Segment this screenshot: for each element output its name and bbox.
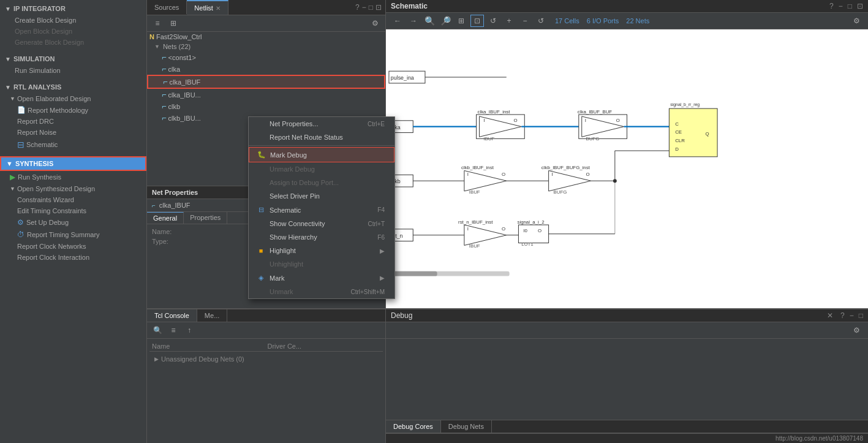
schematic-settings-btn[interactable]: ⚙ (850, 15, 863, 27)
settings-btn[interactable]: ⚙ (368, 17, 382, 29)
tcl-search-btn[interactable]: 🔍 (151, 324, 164, 336)
svg-text:I: I (552, 172, 553, 177)
svg-text:O: O (616, 118, 620, 123)
ctx-select-driver-pin[interactable]: Select Driver Pin (249, 189, 394, 203)
sidebar-item-report-noise[interactable]: Report Noise (0, 127, 146, 138)
tree-item-clkb[interactable]: ⌐ clkb (147, 100, 385, 112)
sidebar-item-constraints-wizard[interactable]: Constraints Wizard (0, 194, 146, 205)
zoom-in-sch-btn[interactable]: 🔎 (439, 15, 452, 27)
sidebar-item-open-elaborated-design[interactable]: ▼ Open Elaborated Design (0, 93, 146, 104)
svg-text:I: I (467, 226, 469, 232)
schematic-maximize-btn[interactable]: ⊡ (857, 2, 863, 10)
sidebar-item-open-block-design[interactable]: Open Block Design (0, 26, 146, 37)
schematic-rtl-icon: ⊟ (17, 140, 25, 150)
fit-sch-btn[interactable]: ⊞ (455, 15, 468, 27)
sidebar-section-header-rtl-analysis[interactable]: ▼ RTL ANALYSIS (0, 81, 146, 93)
panel-minimize-btn[interactable]: − (362, 3, 366, 12)
tree-item-clka-ibuf[interactable]: ⌐ clka_IBUF (147, 75, 385, 89)
sidebar-item-report-clock-interaction[interactable]: Report Clock Interaction (0, 252, 146, 263)
debug-minimize-btn[interactable]: − (850, 311, 854, 320)
svg-text:O: O (502, 172, 505, 177)
tree-item-clka-ibu2[interactable]: ⌐ clka_IBU... (147, 89, 385, 100)
reload-sch-btn[interactable]: ↺ (534, 15, 548, 27)
collapse-all-btn[interactable]: ≡ (151, 17, 164, 29)
ctx-mark[interactable]: ◈ Mark ▶ (249, 271, 394, 285)
refresh-sch-btn[interactable]: ↺ (486, 15, 500, 27)
tab-netlist[interactable]: Netlist ✕ (187, 0, 228, 15)
sidebar-section-header-ip-integrator[interactable]: ▼ IP INTEGRATOR (0, 2, 146, 15)
sidebar-item-report-clock-networks[interactable]: Report Clock Networks (0, 241, 146, 252)
props-tab-general[interactable]: General (147, 212, 184, 224)
tree-item-clka[interactable]: ⌐ clka (147, 63, 385, 75)
sidebar-item-create-block-design[interactable]: Create Block Design (0, 15, 146, 26)
sidebar-item-open-synthesized-design[interactable]: ▼ Open Synthesized Design (0, 183, 146, 194)
panel-restore-btn[interactable]: □ (369, 3, 373, 12)
netlist-close-btn[interactable]: ✕ (216, 5, 221, 12)
tab-sources[interactable]: Sources (147, 1, 187, 14)
debug-help-btn[interactable]: ? (840, 311, 845, 320)
sidebar-section-header-synthesis[interactable]: ▼ SYNTHESIS (0, 156, 146, 171)
expand-btn[interactable]: ⊞ (167, 17, 180, 29)
sidebar-item-report-methodology[interactable]: 📄 Report Methodology (0, 104, 146, 116)
minus-sch-btn[interactable]: − (518, 15, 532, 27)
nav-fwd-btn[interactable]: → (407, 15, 420, 27)
ctx-show-hierarchy[interactable]: Show Hierarchy F6 (249, 230, 394, 244)
plus-sch-btn[interactable]: + (502, 15, 516, 27)
svg-text:BUFG: BUFG (586, 136, 600, 142)
debug-restore-btn[interactable]: □ (859, 311, 863, 320)
ctx-unmark[interactable]: Unmark Ctrl+Shift+M (249, 285, 394, 298)
sidebar-item-schematic-rtl[interactable]: ⊟ Schematic (0, 138, 146, 151)
schematic-panel: Schematic ? − □ ⊡ ← → 🔍 🔎 ⊞ ⊡ ↺ (386, 0, 868, 308)
schematic-restore-btn[interactable]: □ (848, 2, 852, 10)
tree-root-fast2slow[interactable]: N Fast2Slow_Ctrl (147, 32, 385, 42)
ctx-net-properties[interactable]: Net Properties... Ctrl+E (249, 117, 394, 131)
debug-tab-cores[interactable]: Debug Cores (386, 420, 441, 433)
tcl-toolbar: 🔍 ≡ ↑ (147, 322, 385, 339)
debug-close-btn[interactable]: ✕ (827, 311, 833, 320)
highlight-sch-btn[interactable]: ⊡ (470, 15, 484, 27)
ctx-report-net-route[interactable]: Report Net Route Status (249, 131, 394, 144)
nav-back-btn[interactable]: ← (391, 15, 404, 27)
zoom-out-sch-btn[interactable]: 🔍 (423, 15, 436, 27)
props-tab-properties[interactable]: Properties (184, 212, 227, 224)
ctx-show-connectivity[interactable]: Show Connectivity Ctrl+T (249, 217, 394, 230)
ctx-unmark-debug[interactable]: Unmark Debug (249, 162, 394, 176)
tcl-console-panel: Tcl Console Me... 🔍 ≡ ↑ Name Driver Ce..… (147, 309, 386, 443)
ctx-mark-debug[interactable]: 🐛 Mark Debug (249, 147, 394, 162)
tcl-tab-messages[interactable]: Me... (197, 309, 227, 322)
ctx-assign-debug-port[interactable]: Assign to Debug Port... (249, 176, 394, 189)
tree-item-const1[interactable]: ⌐ <const1> (147, 51, 385, 63)
nets-arrow: ▼ (154, 44, 160, 50)
tcl-filter-btn[interactable]: ≡ (167, 324, 180, 336)
cells-count[interactable]: 17 Cells (555, 17, 579, 25)
schematic-help-btn[interactable]: ? (829, 2, 834, 10)
ctx-unmark-label: Unmark (270, 288, 293, 295)
sidebar-item-set-up-debug[interactable]: ⚙ Set Up Debug (0, 216, 146, 229)
ctx-schematic[interactable]: ⊟ Schematic F4 (249, 203, 394, 217)
sidebar-item-run-synthesis[interactable]: ▶ Run Synthesis (0, 171, 146, 183)
tree-clkb-ibu-label: clkb_IBU... (168, 115, 201, 122)
sidebar-item-run-simulation[interactable]: Run Simulation (0, 65, 146, 76)
tcl-up-btn[interactable]: ↑ (183, 324, 196, 336)
nets-count[interactable]: 22 Nets (626, 17, 649, 25)
schematic-minimize-btn[interactable]: − (839, 2, 843, 10)
tcl-tab-console[interactable]: Tcl Console (147, 309, 197, 322)
context-menu: Net Properties... Ctrl+E Report Net Rout… (248, 116, 395, 299)
panel-help-btn[interactable]: ? (355, 3, 360, 12)
svg-text:O: O (514, 118, 518, 123)
clkb-icon: ⌐ (162, 102, 167, 111)
io-ports-count[interactable]: 6 I/O Ports (587, 17, 619, 25)
svg-text:CLR: CLR (675, 138, 685, 143)
sidebar-item-edit-timing-constraints[interactable]: Edit Timing Constraints (0, 205, 146, 216)
ctx-unhighlight[interactable]: Unhighlight (249, 257, 394, 271)
sidebar-item-report-drc[interactable]: Report DRC (0, 116, 146, 127)
svg-text:clka_IBUF_inst: clka_IBUF_inst (478, 109, 511, 115)
sidebar-section-header-simulation[interactable]: ▼ SIMULATION (0, 53, 146, 65)
tree-nets-group[interactable]: ▼ Nets (22) (147, 42, 385, 51)
debug-settings-btn[interactable]: ⚙ (850, 324, 863, 336)
ctx-highlight[interactable]: ■ Highlight ▶ (249, 244, 394, 257)
sidebar-item-generate-block-design[interactable]: Generate Block Design (0, 37, 146, 48)
sidebar-item-report-timing-summary[interactable]: ⏱ Report Timing Summary (0, 229, 146, 241)
debug-tab-nets[interactable]: Debug Nets (441, 420, 492, 433)
panel-maximize-btn[interactable]: ⊡ (376, 3, 382, 12)
